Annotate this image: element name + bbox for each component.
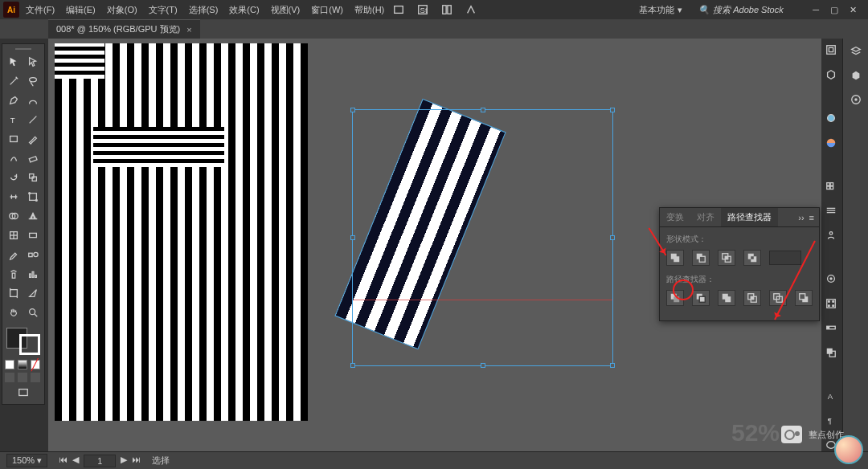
stock-search[interactable]: 🔍搜索 Adobe Stock — [694, 2, 798, 18]
tab-close-icon[interactable]: × — [186, 25, 191, 35]
layers-panel-icon[interactable] — [848, 43, 864, 59]
arrange-icon[interactable] — [439, 2, 455, 18]
next-artboard-button[interactable]: ▶ — [121, 455, 127, 467]
crop-button[interactable] — [743, 290, 761, 306]
shaper-tool[interactable] — [5, 149, 23, 167]
minus-back-button[interactable] — [795, 290, 813, 306]
column-graph-tool[interactable] — [24, 265, 42, 283]
blend-tool[interactable] — [24, 246, 42, 263]
cc-libs-panel-icon[interactable] — [848, 92, 864, 108]
artboard-number[interactable]: 1 — [84, 455, 116, 467]
transform-tab[interactable]: 变换 — [660, 208, 690, 226]
rotate-tool[interactable] — [5, 169, 23, 186]
align-tab[interactable]: 对齐 — [690, 208, 721, 226]
divide-button[interactable] — [666, 290, 684, 306]
bridge-icon[interactable] — [391, 2, 407, 18]
symbols-panel-icon[interactable] — [823, 229, 839, 242]
pen-tool[interactable] — [5, 92, 23, 109]
free-transform-tool[interactable] — [24, 188, 42, 206]
hand-tool[interactable] — [5, 304, 23, 321]
exclude-button[interactable] — [743, 250, 761, 266]
menu-select[interactable]: 选择(S) — [184, 2, 223, 18]
pathfinder-tab[interactable]: 路径查找器 — [721, 208, 778, 226]
gradient-mode-icon[interactable] — [18, 360, 27, 369]
transparency-panel-icon[interactable] — [823, 321, 839, 334]
eyedropper-tool[interactable] — [5, 246, 23, 263]
zoom-tool[interactable] — [24, 304, 42, 321]
screen-mode-tool[interactable] — [5, 384, 42, 402]
handle-mid-left[interactable] — [350, 235, 355, 240]
menu-effect[interactable]: 效果(C) — [224, 2, 264, 18]
document-tab[interactable]: 008* @ 150% (RGB/GPU 预览) × — [48, 19, 200, 39]
window-close[interactable]: ✕ — [850, 5, 857, 15]
expand-button[interactable] — [769, 251, 801, 265]
zoom-select[interactable]: 150% ▾ — [6, 454, 47, 467]
fill-stroke-swatch[interactable] — [5, 326, 42, 357]
scale-tool[interactable] — [24, 169, 42, 186]
gradient-panel-icon[interactable] — [823, 296, 839, 309]
swatches-panel-icon[interactable] — [823, 180, 839, 193]
slice-tool[interactable] — [24, 284, 42, 302]
stock-icon[interactable]: St — [415, 2, 431, 18]
unite-button[interactable] — [666, 250, 684, 266]
first-artboard-button[interactable]: ⏮ — [59, 455, 68, 467]
character-panel-icon[interactable]: A — [823, 389, 839, 402]
curvature-tool[interactable] — [24, 92, 42, 109]
handle-bot-left[interactable] — [350, 363, 355, 368]
shape-builder-tool[interactable] — [5, 207, 23, 225]
intersect-button[interactable] — [718, 250, 735, 266]
color-mode-icon[interactable] — [5, 360, 14, 369]
gradient-tool[interactable] — [24, 226, 42, 244]
window-maximize[interactable]: ▢ — [830, 5, 838, 15]
stroke-panel-icon[interactable] — [823, 272, 839, 285]
brushes-panel-icon[interactable] — [823, 204, 839, 217]
menu-view[interactable]: 视图(V) — [266, 2, 305, 18]
draw-inside-icon[interactable] — [31, 373, 40, 382]
minus-front-button[interactable] — [692, 250, 710, 266]
properties-panel-icon[interactable] — [823, 43, 839, 56]
symbol-sprayer-tool[interactable] — [5, 265, 23, 283]
panel-menu-icon[interactable]: ≡ — [809, 213, 814, 222]
handle-top-right[interactable] — [610, 108, 615, 112]
selection-bounding-box[interactable] — [352, 109, 613, 366]
pathfinder-panel-icon[interactable] — [823, 345, 839, 358]
handle-bot-right[interactable] — [610, 363, 615, 368]
line-tool[interactable] — [24, 111, 42, 128]
prev-artboard-button[interactable]: ◀ — [72, 455, 79, 467]
toolbox-grip[interactable] — [5, 47, 42, 51]
stroke-swatch[interactable] — [19, 334, 40, 355]
menu-window[interactable]: 窗口(W) — [306, 2, 348, 18]
merge-button[interactable] — [718, 290, 735, 306]
draw-behind-icon[interactable] — [18, 373, 27, 382]
perspective-grid-tool[interactable] — [24, 207, 42, 225]
last-artboard-button[interactable]: ⏭ — [132, 455, 141, 467]
paragraph-panel-icon[interactable]: ¶ — [823, 414, 839, 426]
color-panel-icon[interactable] — [823, 112, 839, 124]
libraries-panel-icon[interactable] — [823, 67, 839, 80]
menu-file[interactable]: 文件(F) — [21, 2, 59, 18]
handle-top-left[interactable] — [350, 108, 355, 112]
eraser-tool[interactable] — [24, 149, 42, 167]
menu-type[interactable]: 文字(T) — [144, 2, 182, 18]
rectangle-tool[interactable] — [5, 130, 23, 148]
draw-normal-icon[interactable] — [5, 373, 14, 382]
menu-edit[interactable]: 编辑(E) — [61, 2, 100, 18]
handle-top-mid[interactable] — [481, 108, 485, 112]
workspace-switcher[interactable]: 基本功能▾ — [634, 2, 687, 18]
magic-wand-tool[interactable] — [5, 72, 23, 90]
window-minimize[interactable]: ─ — [813, 5, 819, 15]
lasso-tool[interactable] — [24, 72, 42, 90]
trim-button[interactable] — [692, 290, 710, 306]
type-tool[interactable]: T — [5, 111, 23, 128]
handle-bot-mid[interactable] — [481, 363, 485, 368]
menu-object[interactable]: 对象(O) — [102, 2, 142, 18]
outline-button[interactable] — [769, 290, 787, 306]
width-tool[interactable] — [5, 188, 23, 206]
panel-collapse-icon[interactable]: ›› — [798, 213, 804, 222]
mesh-tool[interactable] — [5, 226, 23, 244]
menu-help[interactable]: 帮助(H) — [350, 2, 389, 18]
paintbrush-tool[interactable] — [24, 130, 42, 148]
direct-selection-tool[interactable] — [24, 53, 42, 71]
color-guide-panel-icon[interactable] — [823, 136, 839, 149]
gpu-icon[interactable] — [463, 2, 479, 18]
